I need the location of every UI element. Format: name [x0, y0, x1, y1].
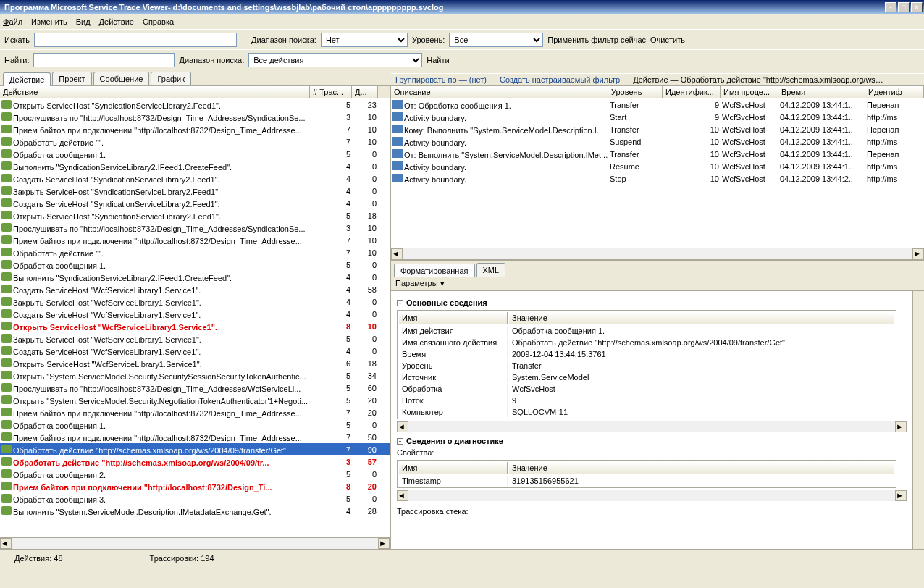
activity-row[interactable]: Создать ServiceHost "SyndicationServiceL… — [0, 197, 390, 209]
col-time[interactable]: Время — [778, 86, 865, 98]
menu-activity[interactable]: Действие — [99, 17, 134, 26]
collapse-icon[interactable]: - — [397, 300, 403, 306]
activity-row[interactable]: Обработка сообщения 3.50 — [0, 492, 390, 505]
activity-row[interactable]: Прием байтов при подключении "http://loc… — [0, 123, 390, 135]
range-select[interactable]: Нет — [321, 33, 408, 47]
activity-row[interactable]: Прослушивать по "http://localhost:8732/D… — [0, 222, 390, 234]
activity-icon — [1, 469, 12, 478]
activity-row[interactable]: Прием байтов при подключении "http://loc… — [0, 431, 390, 443]
menu-view[interactable]: Вид — [76, 17, 91, 26]
find-input[interactable] — [33, 53, 175, 67]
activity-row[interactable]: Открыть ServiceHost "WcfServiceLibrary1.… — [0, 320, 390, 332]
detail-row: КомпьютерSQLLOCVM-11 — [399, 407, 894, 417]
find-button[interactable]: Найти — [427, 56, 449, 64]
activity-row[interactable]: Обработать действие "".710 — [0, 135, 390, 148]
tab-xml[interactable]: XML — [476, 263, 506, 277]
collapse-icon[interactable]: - — [397, 438, 403, 445]
props-label: Свойства: — [397, 448, 907, 457]
activity-row[interactable]: Выполнить "SyndicationServiceLibrary2.IF… — [0, 271, 390, 283]
activity-row[interactable]: Закрыть ServiceHost "WcfServiceLibrary1.… — [0, 332, 390, 345]
activity-row[interactable]: Обработать действие "http://schemas.xmls… — [0, 443, 390, 455]
trace-row[interactable]: От: Выполнить "System.ServiceModel.Descr… — [391, 148, 924, 160]
menu-edit[interactable]: Изменить — [31, 17, 67, 26]
params-dropdown[interactable]: Параметры ▾ — [391, 277, 924, 291]
col-ident[interactable]: Идентиф — [865, 86, 924, 98]
activity-row[interactable]: Открыть ServiceHost "WcfServiceLibrary1.… — [0, 357, 390, 369]
activity-row[interactable]: Выполнить "SyndicationServiceLibrary2.IF… — [0, 160, 390, 172]
col-traces[interactable]: # Трас... — [310, 86, 352, 98]
activity-row[interactable]: Создать ServiceHost "SyndicationServiceL… — [0, 172, 390, 185]
left-tabs: Действие Проект Сообщение График — [0, 70, 391, 85]
activity-row[interactable]: Обработка сообщения 2.50 — [0, 468, 390, 480]
activity-row[interactable]: Прослушивать по "http://localhost:8732/D… — [0, 382, 390, 394]
h-scrollbar-2[interactable]: ◄► — [391, 248, 924, 259]
trace-row[interactable]: От: Обработка сообщения 1.Transfer9WcfSv… — [391, 98, 924, 111]
title-bar: Программа Microsoft Service Trace Viewer… — [0, 0, 924, 14]
apply-filter-button[interactable]: Применить фильтр сейчас — [547, 35, 646, 44]
activity-icon — [1, 334, 12, 343]
range-label: Диапазон поиска: — [251, 35, 316, 44]
activity-row[interactable]: Открыть "System.ServiceModel.Security.Ne… — [0, 394, 390, 406]
activity-row[interactable]: Создать ServiceHost "WcfServiceLibrary1.… — [0, 345, 390, 357]
col-description[interactable]: Описание — [391, 86, 608, 98]
activity-row[interactable]: Прием байтов при подключении "http://loc… — [0, 234, 390, 246]
activity-row[interactable]: Обработать действие "".710 — [0, 246, 390, 259]
activity-row[interactable]: Закрыть ServiceHost "WcfServiceLibrary1.… — [0, 295, 390, 308]
minimize-button[interactable]: - — [885, 2, 896, 12]
col-process[interactable]: Имя проце... — [721, 86, 778, 98]
detail-row: Имя связанного действияОбработать действ… — [399, 337, 894, 348]
maximize-button[interactable]: □ — [898, 2, 910, 12]
tab-graph[interactable]: График — [151, 72, 191, 85]
activity-icon — [1, 358, 12, 367]
tab-activity[interactable]: Действие — [3, 72, 51, 86]
v-scrollbar[interactable] — [912, 291, 924, 549]
activity-row[interactable]: Прием байтов при подключении "http://loc… — [0, 480, 390, 492]
activity-row[interactable]: Закрыть ServiceHost "SyndicationServiceL… — [0, 185, 390, 197]
trace-row[interactable]: Activity boundary.Stop10WcfSvcHost04.12.… — [391, 172, 924, 185]
activity-row[interactable]: Создать ServiceHost "WcfServiceLibrary1.… — [0, 308, 390, 320]
activity-row[interactable]: Обработка сообщения 1.50 — [0, 148, 390, 160]
col-id[interactable]: Идентифик... — [663, 86, 721, 98]
find-range-select[interactable]: Все действия — [248, 53, 422, 67]
trace-icon — [392, 149, 403, 158]
activity-icon — [1, 223, 12, 232]
close-button[interactable]: × — [911, 2, 923, 12]
activity-icon — [1, 174, 12, 182]
menu-help[interactable]: Справка — [143, 17, 174, 26]
activity-row[interactable]: Обработка сообщения 1.50 — [0, 419, 390, 431]
activity-row[interactable]: Прием байтов при подключении "http://loc… — [0, 406, 390, 419]
trace-grid-body[interactable]: От: Обработка сообщения 1.Transfer9WcfSv… — [391, 98, 924, 248]
table-scroll[interactable]: ◄► — [397, 490, 907, 501]
activity-row[interactable]: Открыть ServiceHost "SyndicationServiceL… — [0, 209, 390, 222]
activity-row[interactable]: Открыть "System.ServiceModel.Security.Se… — [0, 369, 390, 382]
activity-icon — [1, 408, 12, 416]
tab-project[interactable]: Проект — [52, 72, 91, 85]
create-filter-link[interactable]: Создать настраиваемый фильтр — [500, 75, 620, 84]
menu-file[interactable]: ФФайлайл — [3, 17, 22, 26]
search-input[interactable] — [34, 33, 237, 47]
clear-filter-button[interactable]: Очистить — [650, 35, 685, 44]
activity-row[interactable]: Создать ServiceHost "WcfServiceLibrary1.… — [0, 283, 390, 295]
trace-row[interactable]: Кому: Выполнить "System.ServiceModel.Des… — [391, 123, 924, 135]
activity-row[interactable]: Обработка сообщения 1.50 — [0, 259, 390, 271]
col-level[interactable]: Уровень — [608, 86, 663, 98]
col-duration[interactable]: Д... — [352, 86, 378, 98]
table-scroll[interactable]: ◄► — [397, 421, 907, 432]
group-by-link[interactable]: Группировать по — (нет) — [395, 75, 487, 84]
activity-panel: Действие # Трас... Д... Открыть ServiceH… — [0, 85, 391, 549]
level-select[interactable]: Все — [449, 33, 543, 47]
activity-row[interactable]: Открыть ServiceHost "SyndicationServiceL… — [0, 98, 390, 111]
activity-row[interactable]: Выполнить "System.ServiceModel.Descripti… — [0, 505, 390, 517]
activity-row[interactable]: Обработать действие "http://schemas.xmls… — [0, 455, 390, 468]
tab-message[interactable]: Сообщение — [93, 72, 150, 85]
trace-panel: Описание Уровень Идентифик... Имя проце.… — [391, 85, 924, 259]
trace-icon — [392, 161, 403, 170]
trace-row[interactable]: Activity boundary.Resume10WcfSvcHost04.1… — [391, 160, 924, 172]
trace-row[interactable]: Activity boundary.Suspend10WcfSvcHost04.… — [391, 135, 924, 148]
activity-grid-body[interactable]: Открыть ServiceHost "SyndicationServiceL… — [0, 98, 390, 537]
trace-row[interactable]: Activity boundary.Start9WcfSvcHost04.12.… — [391, 111, 924, 123]
tab-formatted[interactable]: Форматированная — [394, 264, 475, 277]
h-scrollbar[interactable]: ◄► — [0, 537, 390, 549]
activity-row[interactable]: Прослушивать по "http://localhost:8732/D… — [0, 111, 390, 123]
col-activity[interactable]: Действие — [0, 86, 310, 98]
